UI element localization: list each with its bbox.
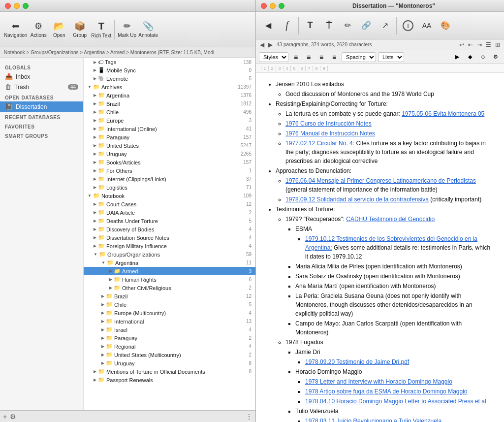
tree-item-paraguay-sub[interactable]: ▶📁Paraguay 2 <box>84 334 255 342</box>
next-button[interactable]: ▶ <box>268 41 273 48</box>
settings-button[interactable]: ⚙ <box>10 413 16 421</box>
link-1976-manual[interactable]: 1976 Manual de Instrucción Notes <box>285 130 375 137</box>
link-1979-testimonios[interactable]: 1979.10.12 Testimonios de los Sobrevivie… <box>305 235 477 251</box>
tree-item-international[interactable]: ▶📁International 13 <box>84 317 255 325</box>
tree-item-brazil-sub[interactable]: ▶📁Brazil 12 <box>84 292 255 300</box>
add-button[interactable]: + <box>3 413 7 421</box>
color-button[interactable]: 🎨 <box>437 15 454 36</box>
expand-icon[interactable]: ▶ <box>101 336 104 340</box>
diamond2-button[interactable]: ◇ <box>477 52 488 62</box>
expand-icon[interactable]: ▶ <box>94 244 96 248</box>
tree-item-us-multi[interactable]: ▶📁United States (Multicountry) 2 <box>84 351 255 359</box>
link-1977-circular[interactable]: 1977.02.12 Circular No. 4: <box>285 140 354 147</box>
expand-icon[interactable]: ▶ <box>94 185 96 190</box>
expand-icon[interactable]: ▼ <box>94 252 97 257</box>
font-size-button[interactable]: AA <box>418 15 435 36</box>
navigation-button[interactable]: ⬅ Navigation <box>4 16 27 43</box>
spacing-select[interactable]: Spacing <box>342 52 376 62</box>
link-cadhu[interactable]: CADHU Testimonio del Genocidio <box>346 216 435 223</box>
link-1978-jaime-dri[interactable]: 1978.09.20 Testimonio de Jaime Dri.pdf <box>305 358 409 365</box>
tree-item-armed[interactable]: ▶📁Armed 3 <box>84 267 255 275</box>
expand-icon[interactable]: ▶ <box>101 353 104 357</box>
tree-item-argentina[interactable]: ▶📁Argentina 1376 <box>84 91 255 99</box>
tree-item-brazil[interactable]: ▶📁Brazil 1812 <box>84 99 255 108</box>
expand-icon[interactable]: ▶ <box>94 168 96 173</box>
nav-btn-4[interactable]: ☰ <box>486 41 491 48</box>
annotate-button[interactable]: 📎 Annotate <box>138 16 158 43</box>
tree-item-passport-renewals[interactable]: ▶📁Passport Renewals <box>84 376 255 384</box>
tree-item-dissertation-source-notes[interactable]: ▶📁Dissertation Source Notes 4 <box>84 233 255 242</box>
expand-icon[interactable]: ▶ <box>94 210 96 215</box>
tree-item-foreign-military[interactable]: ▶📁Foreign Military Influence 4 <box>84 242 255 250</box>
expand-icon[interactable]: ▶ <box>109 277 112 282</box>
link-1978-juicio-valenzuela[interactable]: 1978.03.11 Juicio Revolucionario a Tulio… <box>305 418 441 422</box>
expand-icon[interactable]: ▶ <box>94 177 96 181</box>
right-minimize-button[interactable] <box>270 3 276 9</box>
edit-button[interactable]: ✏ <box>339 15 356 36</box>
expand-icon[interactable]: ▶ <box>101 302 104 307</box>
expand-icon[interactable]: ▶ <box>94 235 96 240</box>
nav-btn-3[interactable]: ⇥ <box>477 41 482 48</box>
actions-button[interactable]: ⚙ Actions <box>29 16 48 43</box>
expand-icon[interactable]: ▶ <box>94 160 96 164</box>
tree-item-human-rights[interactable]: ▶📁Human Rights 6 <box>84 275 255 284</box>
back-button[interactable]: ◀ <box>260 15 277 36</box>
info-button[interactable]: i <box>400 15 416 36</box>
link-1976-curso[interactable]: 1976 Curso de Instrucción Notes <box>285 120 372 127</box>
link-1978-solidaridad[interactable]: 1978.09.12 Solidaridad al servicio de la… <box>285 196 429 203</box>
right-close-button[interactable] <box>261 3 267 9</box>
tree-item-deaths-torture[interactable]: ▶📁Deaths Under Torture 5 <box>84 217 255 225</box>
tree-item-israel[interactable]: ▶📁Israel 4 <box>84 325 255 334</box>
sidebar-item-trash[interactable]: 🗑 Trash 44 <box>0 82 83 92</box>
tree-item-chile-sub[interactable]: ▶📁Chile 5 <box>84 300 255 309</box>
expand-icon[interactable]: ▶ <box>94 219 96 223</box>
group-button[interactable]: 📦 Group <box>70 16 89 43</box>
tree-item-books-articles[interactable]: ▶📁Books/Articles 157 <box>84 158 255 166</box>
tree-item-international-online[interactable]: ▶📁International (Online) 41 <box>84 125 255 133</box>
expand-icon[interactable]: ▶ <box>101 311 104 315</box>
tree-item-paraguay[interactable]: ▶📁Paraguay 157 <box>84 133 255 141</box>
prev-button[interactable]: ◀ <box>260 41 264 48</box>
expand-icon[interactable]: ▼ <box>101 260 105 265</box>
resize-handle[interactable]: ⋮ <box>246 413 252 421</box>
expand-icon[interactable]: ▶ <box>94 68 96 72</box>
tree-item-notebook[interactable]: ▼📁Notebook 109 <box>84 192 255 200</box>
play-button[interactable]: ▶ <box>452 52 463 62</box>
tree-item-united-states[interactable]: ▶📁United States 5247 <box>84 141 255 150</box>
expand-icon[interactable]: ▶ <box>94 369 96 374</box>
tree-item-internet[interactable]: ▶📁Internet (Clippings/Links) 37 <box>84 175 255 183</box>
sidebar-item-inbox[interactable]: 📥 Inbox <box>0 71 83 82</box>
markup-button[interactable]: ✏ Mark Up <box>118 16 136 43</box>
tree-item-regional[interactable]: ▶📁Regional 4 <box>84 342 255 351</box>
tree-item-tags[interactable]: ▶🏷Tags 138 <box>84 58 255 66</box>
expand-icon[interactable]: ▶ <box>94 202 96 206</box>
expand-icon[interactable]: ▶ <box>94 152 96 156</box>
tree-item-for-others[interactable]: ▶📁For Others 1 <box>84 166 255 175</box>
sidebar-item-dissertation[interactable]: 📓 Dissertation <box>0 101 83 112</box>
styles-select[interactable]: Styles <box>259 52 288 62</box>
link-1978-maggio-ap[interactable]: 1978.04.10 Horacio Domingo Maggio Letter… <box>305 398 486 405</box>
share-button[interactable]: ↗ <box>377 15 393 36</box>
tree-item-europe[interactable]: ▶📁Europe 3 <box>84 116 255 125</box>
tree-item-uruguay-sub[interactable]: ▶📁Uruguay 8 <box>84 359 255 367</box>
settings-btn[interactable]: ⚙ <box>490 52 501 62</box>
rich-text-button[interactable]: T̈ <box>320 15 337 36</box>
expand-icon[interactable]: ▼ <box>88 194 92 198</box>
expand-icon[interactable]: ▶ <box>101 361 104 365</box>
text-button[interactable]: T <box>302 15 318 36</box>
right-maximize-button[interactable] <box>279 3 284 9</box>
align-left-button[interactable]: ≡ <box>290 52 301 62</box>
tree-item-court-cases[interactable]: ▶📁Court Cases 12 <box>84 200 255 208</box>
rich-text-button[interactable]: T Rich Text <box>91 16 111 43</box>
expand-icon[interactable]: ▶ <box>94 135 96 139</box>
nav-btn-1[interactable]: ↩ <box>459 41 464 48</box>
expand-icon[interactable]: ▶ <box>94 110 96 114</box>
tree-item-europe-multi[interactable]: ▶📁Europe (Multicountry) 4 <box>84 309 255 317</box>
link-1976-mensaje[interactable]: 1976.06.04 Mensaje al Primer Congreso La… <box>285 177 476 184</box>
align-right-button[interactable]: ≡ <box>316 52 327 62</box>
expand-icon[interactable]: ▶ <box>109 286 112 290</box>
expand-icon[interactable]: ▶ <box>101 344 104 349</box>
tree-item-daia[interactable]: ▶📁DAIA Article 2 <box>84 208 255 217</box>
expand-icon[interactable]: ▶ <box>94 101 96 106</box>
expand-icon[interactable]: ▶ <box>101 319 104 324</box>
